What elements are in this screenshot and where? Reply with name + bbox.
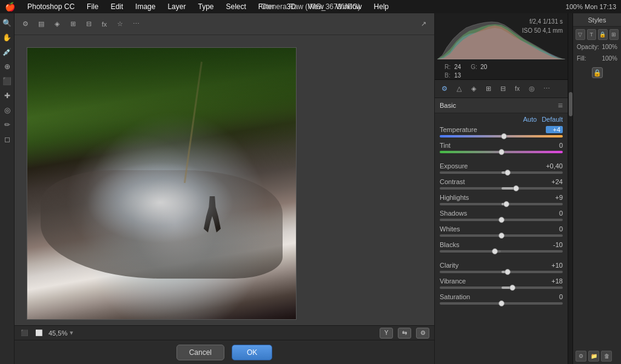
panel-tool-hsl[interactable]: ⊞ <box>482 83 494 95</box>
panel-tool-calibration[interactable]: ⋯ <box>540 83 552 95</box>
exposure-track[interactable] <box>440 171 563 174</box>
menu-help[interactable]: Help <box>371 1 391 12</box>
whites-label: Whites <box>440 225 460 233</box>
tb-icon-3[interactable]: ◈ <box>51 18 63 30</box>
panel-tool-curves[interactable]: △ <box>453 83 465 95</box>
styles-panel-header: Styles <box>573 13 621 27</box>
saturation-thumb[interactable] <box>498 300 505 306</box>
vibrance-value[interactable]: +18 <box>546 277 563 285</box>
bp-icon-1[interactable]: ⚙ <box>576 351 586 362</box>
menu-layer[interactable]: Layer <box>165 1 188 12</box>
tb-icon-4[interactable]: ⊞ <box>67 18 79 30</box>
menu-photoshop[interactable]: Photoshop CC <box>25 1 77 12</box>
apple-menu[interactable]: 🍎 <box>5 2 15 12</box>
saturation-value[interactable]: 0 <box>546 293 563 300</box>
zoom-dropdown-icon[interactable]: ▾ <box>70 329 73 337</box>
whites-thumb[interactable] <box>498 233 505 239</box>
redeye-icon[interactable]: ◎ <box>1 104 13 116</box>
tb-icon-8[interactable]: ⋯ <box>130 18 142 30</box>
exposure-value[interactable]: +0,40 <box>546 162 563 170</box>
tint-track[interactable] <box>440 151 563 153</box>
contrast-thumb[interactable] <box>513 185 519 191</box>
tb-icon-1[interactable]: ⚙ <box>19 18 32 30</box>
auto-button[interactable]: Auto <box>523 116 537 123</box>
hand-tool-icon[interactable]: ✋ <box>1 31 13 44</box>
clarity-track[interactable] <box>440 271 563 273</box>
panel-tool-split-toning[interactable]: ⊟ <box>497 83 509 95</box>
r-label: R: <box>445 63 452 71</box>
menu-edit[interactable]: Edit <box>108 1 126 12</box>
shadows-value[interactable]: 0 <box>546 210 563 217</box>
temperature-track[interactable] <box>440 135 563 137</box>
tb-icon-5[interactable]: ⊟ <box>82 18 95 30</box>
blacks-track[interactable] <box>440 250 563 253</box>
highlights-thumb[interactable] <box>503 201 509 207</box>
status-icon-1[interactable]: ⬛ <box>19 328 29 338</box>
rgb-values: R: 24 G: 20 B: 13 <box>440 62 492 80</box>
shadows-track[interactable] <box>440 219 563 221</box>
bp-icon-2[interactable]: 📁 <box>588 351 599 362</box>
tint-value[interactable]: 0 <box>546 142 563 149</box>
panel-tool-lens[interactable]: ◎ <box>526 83 538 95</box>
clarity-thumb[interactable] <box>505 269 511 275</box>
saturation-track[interactable] <box>440 302 563 305</box>
panel-tool-basic[interactable]: ⚙ <box>438 83 451 95</box>
styles-panel: Styles ▽ T 🔒 ⊞ Opacity: 100% Fill: 100% … <box>572 13 621 364</box>
healing-icon[interactable]: ✚ <box>1 90 13 102</box>
shadows-thumb[interactable] <box>498 217 505 223</box>
highlights-value[interactable]: +9 <box>546 194 563 201</box>
crop-icon[interactable]: ⬛ <box>1 75 13 87</box>
menu-file[interactable]: File <box>84 1 101 12</box>
bp-icon-3[interactable]: 🗑 <box>601 351 612 362</box>
dialog-buttons: Cancel OK <box>15 340 434 364</box>
panel-toolbar: ⚙ △ ◈ ⊞ ⊟ fx ◎ ⋯ <box>435 80 568 98</box>
target-icon[interactable]: ⊕ <box>1 61 13 73</box>
panel-tool-detail[interactable]: ◈ <box>468 83 480 95</box>
panel-tool-fx[interactable]: fx <box>511 83 523 95</box>
blacks-thumb[interactable] <box>492 248 498 254</box>
scroll-thumb[interactable] <box>569 92 572 116</box>
clarity-value[interactable]: +10 <box>546 262 563 269</box>
style-icon-4[interactable]: ⊞ <box>609 29 619 40</box>
tint-thumb[interactable] <box>498 149 505 155</box>
default-button[interactable]: Default <box>542 116 563 123</box>
zoom-control[interactable]: 45,5% ▾ <box>49 329 73 337</box>
lock-icon[interactable]: 🔒 <box>592 67 603 78</box>
menu-type[interactable]: Type <box>195 1 216 12</box>
style-icon-1[interactable]: ▽ <box>576 29 585 40</box>
tb-icon-7[interactable]: ☆ <box>114 18 126 30</box>
vibrance-thumb[interactable] <box>509 285 515 291</box>
whites-value[interactable]: 0 <box>546 225 563 233</box>
histogram-section: R: 24 G: 20 B: 13 f/2,4 1/131 s ISO 50 4… <box>435 13 568 80</box>
bottom-icon-arrows[interactable]: ⇆ <box>398 328 411 339</box>
menu-select[interactable]: Select <box>223 1 248 12</box>
zoom-tool-icon[interactable]: 🔍 <box>1 17 13 29</box>
whites-track[interactable] <box>440 234 563 237</box>
bottom-right-icons: Y ⇆ ⚙ <box>380 328 429 339</box>
contrast-value[interactable]: +24 <box>546 178 563 185</box>
cancel-button[interactable]: Cancel <box>176 345 224 360</box>
contrast-track[interactable] <box>440 187 563 190</box>
tb-icon-6[interactable]: fx <box>98 18 110 30</box>
bottom-icon-settings[interactable]: ⚙ <box>416 328 429 339</box>
top-toolbar: ⚙ ▤ ◈ ⊞ ⊟ fx ☆ ⋯ ↗ <box>15 13 434 35</box>
temperature-value[interactable]: +4 <box>546 126 563 133</box>
style-icon-2[interactable]: T <box>587 29 597 40</box>
tb-icon-2[interactable]: ▤ <box>35 18 47 30</box>
vibrance-track[interactable] <box>440 286 563 289</box>
ok-button[interactable]: OK <box>232 345 272 360</box>
filter-icon[interactable]: ◻ <box>1 133 13 145</box>
exposure-thumb[interactable] <box>505 170 511 176</box>
menu-image[interactable]: Image <box>133 1 158 12</box>
brush-icon[interactable]: ✏ <box>1 119 13 131</box>
highlights-track[interactable] <box>440 203 563 205</box>
style-icon-3[interactable]: 🔒 <box>598 29 608 40</box>
eyedropper-icon[interactable]: 💉 <box>1 46 13 58</box>
bottom-icon-y[interactable]: Y <box>380 328 393 339</box>
temperature-thumb[interactable] <box>501 133 507 139</box>
tb-export-icon[interactable]: ↗ <box>417 18 429 30</box>
section-menu-icon[interactable]: ≡ <box>558 101 563 110</box>
status-icon-2[interactable]: ⬜ <box>34 328 44 338</box>
blacks-value[interactable]: -10 <box>546 241 563 248</box>
slider-shadows: Shadows 0 <box>435 208 568 223</box>
